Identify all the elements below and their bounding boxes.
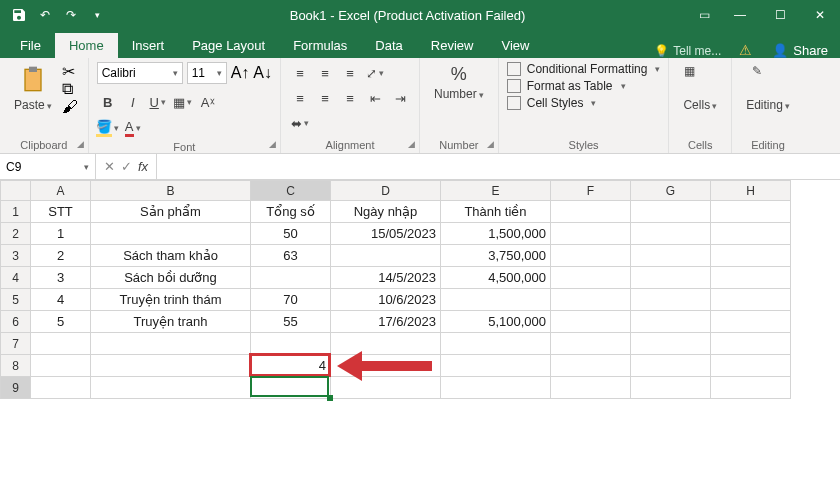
cell-F1[interactable] — [551, 201, 631, 223]
col-header-A[interactable]: A — [31, 181, 91, 201]
cell-B7[interactable] — [91, 333, 251, 355]
cell-A9[interactable] — [31, 377, 91, 399]
cell-G5[interactable] — [631, 289, 711, 311]
number-format-button[interactable]: % Number — [428, 62, 490, 103]
cell-E3[interactable]: 3,750,000 — [441, 245, 551, 267]
cell-C1[interactable]: Tổng số — [251, 201, 331, 223]
cell-D8[interactable] — [331, 355, 441, 377]
indent-decrease-icon[interactable]: ⇤ — [364, 87, 386, 109]
tab-file[interactable]: File — [6, 33, 55, 58]
cell-F3[interactable] — [551, 245, 631, 267]
italic-button[interactable]: I — [122, 91, 144, 113]
cell-D7[interactable] — [331, 333, 441, 355]
cell-A6[interactable]: 5 — [31, 311, 91, 333]
cell-A5[interactable]: 4 — [31, 289, 91, 311]
cell-E5[interactable] — [441, 289, 551, 311]
cell-C9[interactable] — [251, 377, 331, 399]
cell-E9[interactable] — [441, 377, 551, 399]
row-header-6[interactable]: 6 — [1, 311, 31, 333]
close-button[interactable]: ✕ — [800, 0, 840, 30]
cell-E8[interactable] — [441, 355, 551, 377]
align-bottom-icon[interactable]: ≡ — [339, 62, 361, 84]
cell-H1[interactable] — [711, 201, 791, 223]
cell-B5[interactable]: Truyện trinh thám — [91, 289, 251, 311]
cell-C7[interactable] — [251, 333, 331, 355]
formula-input[interactable] — [157, 154, 840, 179]
fill-handle[interactable] — [327, 395, 333, 401]
cell-G8[interactable] — [631, 355, 711, 377]
cell-H2[interactable] — [711, 223, 791, 245]
paste-button[interactable]: Paste — [8, 62, 58, 114]
cell-H9[interactable] — [711, 377, 791, 399]
cell-G2[interactable] — [631, 223, 711, 245]
clipboard-launcher-icon[interactable]: ◢ — [77, 139, 84, 149]
cell-A2[interactable]: 1 — [31, 223, 91, 245]
qat-customize-icon[interactable]: ▾ — [88, 6, 106, 24]
col-header-D[interactable]: D — [331, 181, 441, 201]
align-middle-icon[interactable]: ≡ — [314, 62, 336, 84]
copy-icon[interactable]: ⧉ — [62, 80, 80, 96]
cell-F6[interactable] — [551, 311, 631, 333]
increase-font-icon[interactable]: A↑ — [231, 64, 250, 82]
cell-D1[interactable]: Ngày nhập — [331, 201, 441, 223]
cell-B3[interactable]: Sách tham khảo — [91, 245, 251, 267]
tab-page-layout[interactable]: Page Layout — [178, 33, 279, 58]
cell-C2[interactable]: 50 — [251, 223, 331, 245]
tab-data[interactable]: Data — [361, 33, 416, 58]
bold-button[interactable]: B — [97, 91, 119, 113]
alignment-launcher-icon[interactable]: ◢ — [408, 139, 415, 149]
col-header-B[interactable]: B — [91, 181, 251, 201]
cell-H8[interactable] — [711, 355, 791, 377]
cells-button[interactable]: ▦Cells — [677, 62, 723, 114]
undo-icon[interactable]: ↶ — [36, 6, 54, 24]
cell-E6[interactable]: 5,100,000 — [441, 311, 551, 333]
align-right-icon[interactable]: ≡ — [339, 87, 361, 109]
col-header-G[interactable]: G — [631, 181, 711, 201]
cell-F7[interactable] — [551, 333, 631, 355]
tab-formulas[interactable]: Formulas — [279, 33, 361, 58]
orientation-icon[interactable]: ⤢ — [364, 62, 386, 84]
cell-B4[interactable]: Sách bồi dưỡng — [91, 267, 251, 289]
tab-review[interactable]: Review — [417, 33, 488, 58]
fill-color-button[interactable]: 🪣 — [97, 117, 119, 139]
cell-G9[interactable] — [631, 377, 711, 399]
decrease-font-icon[interactable]: A↓ — [253, 64, 272, 82]
number-launcher-icon[interactable]: ◢ — [487, 139, 494, 149]
clear-button[interactable]: Aᵡ — [197, 91, 219, 113]
minimize-button[interactable]: — — [720, 0, 760, 30]
cell-B9[interactable] — [91, 377, 251, 399]
row-header-4[interactable]: 4 — [1, 267, 31, 289]
conditional-formatting-button[interactable]: Conditional Formatting — [507, 62, 661, 76]
cell-H6[interactable] — [711, 311, 791, 333]
cell-B8[interactable] — [91, 355, 251, 377]
format-painter-icon[interactable]: 🖌 — [62, 98, 80, 114]
cell-G3[interactable] — [631, 245, 711, 267]
save-icon[interactable] — [10, 6, 28, 24]
name-box[interactable]: C9▾ — [0, 154, 96, 179]
merge-button[interactable]: ⬌ — [289, 112, 311, 134]
row-header-9[interactable]: 9 — [1, 377, 31, 399]
cell-G6[interactable] — [631, 311, 711, 333]
enter-icon[interactable]: ✓ — [121, 159, 132, 174]
cell-B2[interactable] — [91, 223, 251, 245]
maximize-button[interactable]: ☐ — [760, 0, 800, 30]
cell-C5[interactable]: 70 — [251, 289, 331, 311]
cancel-icon[interactable]: ✕ — [104, 159, 115, 174]
row-header-3[interactable]: 3 — [1, 245, 31, 267]
cell-D3[interactable] — [331, 245, 441, 267]
row-header-7[interactable]: 7 — [1, 333, 31, 355]
cell-G1[interactable] — [631, 201, 711, 223]
cell-A7[interactable] — [31, 333, 91, 355]
cut-icon[interactable]: ✂ — [62, 62, 80, 78]
cell-H5[interactable] — [711, 289, 791, 311]
tab-insert[interactable]: Insert — [118, 33, 179, 58]
cell-H3[interactable] — [711, 245, 791, 267]
cell-H4[interactable] — [711, 267, 791, 289]
cell-A3[interactable]: 2 — [31, 245, 91, 267]
row-header-1[interactable]: 1 — [1, 201, 31, 223]
cell-D5[interactable]: 10/6/2023 — [331, 289, 441, 311]
underline-button[interactable]: U — [147, 91, 169, 113]
row-header-8[interactable]: 8 — [1, 355, 31, 377]
tab-home[interactable]: Home — [55, 33, 118, 58]
fx-icon[interactable]: fx — [138, 159, 148, 174]
